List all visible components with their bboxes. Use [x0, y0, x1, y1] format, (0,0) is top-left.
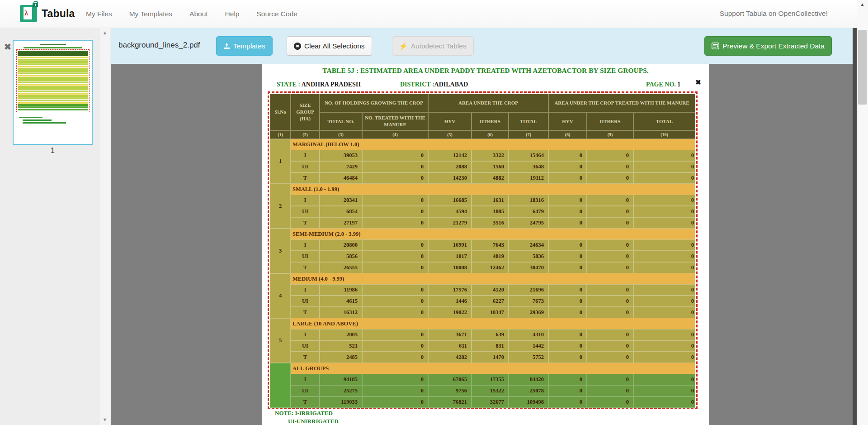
nav-item-about[interactable]: About: [189, 10, 208, 18]
thumb-note-line: [23, 119, 52, 121]
nav-item-my-files[interactable]: My Files: [86, 10, 112, 18]
thumb-note-line: [23, 122, 66, 124]
thumb-mini-table: [18, 51, 88, 111]
clear-label: Clear All Selections: [304, 42, 365, 50]
nav-menu: My FilesMy TemplatesAboutHelpSource Code: [86, 0, 297, 28]
autodetect-tables-button[interactable]: ⚡ Autodetect Tables: [392, 36, 474, 56]
page-number-field: PAGE NO. 1: [646, 81, 680, 88]
clear-all-selections-button[interactable]: ✖ Clear All Selections: [287, 36, 372, 56]
tabula-logo-icon: λ: [20, 5, 37, 22]
lock-icon: [33, 3, 38, 7]
thumb-title-line: [40, 44, 66, 45]
remove-file-icon[interactable]: ✖: [2, 42, 13, 53]
sidebar-scrollbar[interactable]: ▲ ▼: [100, 28, 110, 425]
content-right-edge: [853, 28, 857, 425]
thumb-note-line: [19, 117, 42, 118]
nav-item-source-code[interactable]: Source Code: [256, 10, 297, 18]
export-label: Preview & Export Extracted Data: [722, 42, 825, 50]
sidebar: ✖ 1 ▲ ▼: [0, 28, 111, 425]
browser-scrollbar[interactable]: ▲: [857, 0, 868, 425]
thumb-subtitle-line: [24, 47, 82, 48]
note-line-2: UI-UNIRRIGATED: [288, 418, 339, 425]
document-title: TABLE 5J : ESTIMATED AREA UNDER PADDY TR…: [262, 67, 709, 75]
remove-circle-icon: ✖: [294, 43, 301, 50]
district-field: DISTRICT :ADILABAD: [400, 81, 468, 88]
support-link[interactable]: Support Tabula on OpenCollective!: [720, 10, 828, 18]
table-icon: [712, 43, 719, 49]
nav-item-my-templates[interactable]: My Templates: [129, 10, 172, 18]
thumb-selection-outline: [16, 49, 90, 112]
scroll-down-icon[interactable]: ▼: [100, 417, 110, 422]
templates-label: Templates: [233, 42, 265, 50]
scroll-up-icon[interactable]: ▲: [100, 30, 110, 35]
autodetect-label: Autodetect Tables: [411, 42, 467, 50]
nav-item-help[interactable]: Help: [225, 10, 240, 18]
pdf-filename: background_lines_2.pdf: [118, 41, 200, 50]
note-line-1: NOTE: I-IRRIGATED: [275, 410, 333, 417]
thumbnail-page-number: 1: [13, 147, 93, 155]
pdf-page[interactable]: TABLE 5J : ESTIMATED AREA UNDER PADDY TR…: [262, 64, 709, 425]
flash-icon: ⚡: [399, 42, 408, 50]
selection-close-icon[interactable]: ✖: [695, 78, 701, 86]
selection-box[interactable]: [268, 91, 698, 409]
brand[interactable]: λ Tabula: [20, 5, 75, 22]
scrollbar-thumb[interactable]: [858, 30, 867, 105]
toolbar: background_lines_2.pdf Templates ✖ Clear…: [111, 28, 853, 64]
pdf-workspace: TABLE 5J : ESTIMATED AREA UNDER PADDY TR…: [111, 64, 853, 425]
state-field: STATE : ANDHRA PRADESH: [277, 81, 361, 88]
templates-button[interactable]: Templates: [216, 36, 273, 56]
navbar: λ Tabula My FilesMy TemplatesAboutHelpSo…: [0, 0, 857, 28]
preview-export-button[interactable]: Preview & Export Extracted Data: [704, 36, 832, 56]
page-thumbnail[interactable]: [13, 40, 93, 145]
upload-icon: [223, 43, 230, 49]
pdf-lambda-glyph: λ: [24, 9, 28, 17]
scrollbar-up-icon[interactable]: ▲: [857, 2, 868, 7]
brand-title: Tabula: [42, 8, 75, 20]
